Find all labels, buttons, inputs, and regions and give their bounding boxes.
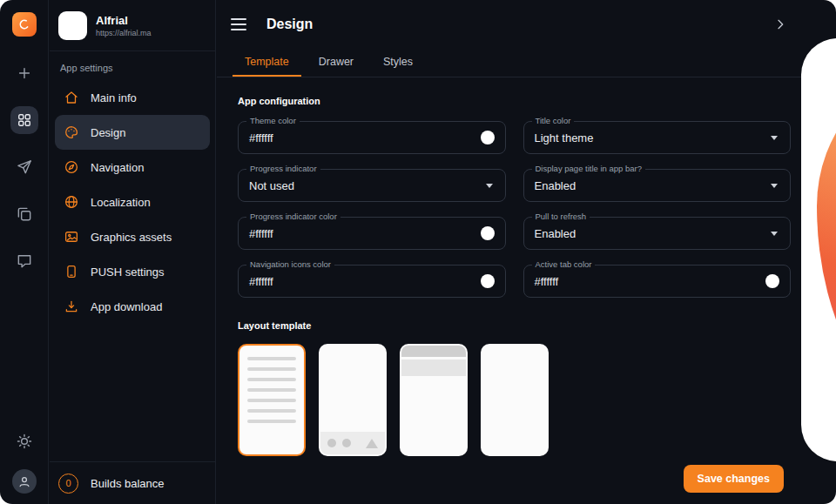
download-icon [64, 299, 79, 314]
sidebar-item-label: Main info [91, 91, 137, 104]
field-value: Enabled [535, 179, 772, 192]
app-url: https://alfrial.ma [96, 29, 152, 37]
image-icon [64, 229, 79, 245]
sidebar: Alfrial https://alfrial.ma App settings … [50, 0, 216, 504]
field-value: Enabled [535, 227, 772, 240]
user-avatar-icon[interactable] [12, 469, 37, 494]
layout-templates [238, 344, 791, 456]
layout-template-blank[interactable] [481, 344, 549, 456]
app-logo-icon[interactable] [12, 12, 37, 37]
color-swatch [481, 226, 495, 240]
field-label: Progress indicator [246, 164, 320, 173]
rail-top-icons [10, 59, 38, 275]
sidebar-item-graphics-assets[interactable]: Graphics assets [55, 219, 210, 254]
sidebar-item-localization[interactable]: Localization [55, 185, 210, 219]
sidebar-item-label: App download [91, 300, 162, 313]
plus-icon[interactable] [10, 59, 38, 87]
color-swatch [481, 274, 495, 288]
home-icon [64, 90, 79, 105]
page-header: Design [217, 0, 836, 49]
sidebar-item-main-info[interactable]: Main info [55, 80, 210, 115]
section-title-app-configuration: App configuration [238, 96, 791, 106]
chat-icon[interactable] [10, 247, 38, 275]
field-value: Light theme [535, 131, 772, 144]
color-swatch [765, 274, 779, 288]
rail-bottom-icons [10, 427, 38, 494]
form-grid: Theme color#ffffffTitle colorLight theme… [238, 121, 791, 298]
sidebar-item-push-settings[interactable]: PUSH settings [55, 254, 210, 289]
gradient-artwork [817, 68, 836, 432]
field-label: Navigation icons color [246, 259, 334, 269]
phone-notification-icon [64, 264, 79, 279]
tab-bar: TemplateDrawerStyles [217, 49, 836, 77]
send-icon[interactable] [10, 153, 38, 181]
app-name: Alfrial [96, 14, 152, 27]
tab-template[interactable]: Template [233, 49, 301, 77]
phone-screen [810, 47, 836, 453]
field-label: Progress indicator color [246, 212, 340, 221]
builds-balance-badge: 0 [58, 474, 78, 494]
field-navigation-icons-color[interactable]: Navigation icons color#ffffff [238, 265, 506, 298]
icon-rail [0, 0, 49, 504]
tab-styles[interactable]: Styles [371, 49, 425, 77]
field-label: Active tab color [532, 259, 596, 269]
field-value: #ffffff [249, 275, 481, 288]
save-changes-button[interactable]: Save changes [684, 465, 784, 493]
field-value: Not used [249, 179, 486, 192]
section-title-layout-template: Layout template [238, 320, 791, 331]
palette-icon [64, 124, 79, 140]
sidebar-item-label: Navigation [91, 161, 144, 174]
sidebar-section-label: App settings [50, 51, 215, 80]
sidebar-item-navigation[interactable]: Navigation [55, 150, 210, 185]
tab-drawer[interactable]: Drawer [307, 49, 366, 77]
field-value: #ffffff [249, 227, 481, 240]
field-title-color[interactable]: Title colorLight theme [523, 121, 792, 154]
assets-icon[interactable] [10, 200, 38, 228]
field-pull-to-refresh[interactable]: Pull to refreshEnabled [523, 217, 792, 250]
sidebar-item-label: Localization [91, 196, 151, 209]
phone-preview [801, 38, 836, 461]
color-swatch [481, 131, 495, 144]
field-progress-indicator[interactable]: Progress indicatorNot used [238, 169, 506, 202]
sidebar-menu: Main infoDesignNavigationLocalizationGra… [50, 80, 215, 324]
field-label: Title color [532, 116, 575, 125]
menu-icon[interactable] [231, 18, 246, 30]
apps-grid-icon[interactable] [10, 106, 38, 134]
globe-icon [64, 194, 79, 210]
field-display-page-title-in-app-bar[interactable]: Display page title in app bar?Enabled [523, 169, 792, 202]
chevron-down-icon [771, 232, 778, 236]
field-value: #ffffff [535, 275, 766, 288]
theme-toggle-icon[interactable] [10, 427, 38, 455]
chevron-down-icon [771, 184, 778, 188]
field-theme-color[interactable]: Theme color#ffffff [238, 121, 506, 154]
main-content: Design TemplateDrawerStyles App configur… [217, 0, 836, 504]
sidebar-item-app-download[interactable]: App download [55, 289, 210, 324]
field-label: Pull to refresh [532, 212, 590, 221]
layout-template-media-footer[interactable] [319, 344, 387, 456]
sidebar-footer: 0 Builds balance [50, 461, 215, 504]
field-progress-indicator-color[interactable]: Progress indicator color#ffffff [238, 217, 506, 250]
app-avatar [58, 11, 87, 40]
field-value: #ffffff [249, 131, 481, 144]
app-window: Alfrial https://alfrial.ma App settings … [0, 0, 836, 504]
sidebar-item-label: Graphics assets [91, 231, 172, 244]
layout-template-header[interactable] [400, 344, 468, 456]
chevron-down-icon [771, 136, 778, 140]
content-area: App configuration Theme color#ffffffTitl… [217, 96, 836, 456]
chevron-right-icon[interactable] [773, 17, 787, 31]
field-active-tab-color[interactable]: Active tab color#ffffff [523, 265, 792, 298]
builds-balance-label: Builds balance [91, 477, 165, 490]
layout-template-list[interactable] [238, 344, 306, 456]
compass-icon [64, 159, 79, 175]
field-label: Theme color [246, 116, 300, 125]
sidebar-item-label: Design [91, 126, 125, 139]
workspace-header[interactable]: Alfrial https://alfrial.ma [50, 0, 215, 50]
page-title: Design [266, 17, 313, 32]
chevron-down-icon [486, 184, 493, 188]
sidebar-item-label: PUSH settings [91, 265, 165, 279]
field-label: Display page title in app bar? [532, 164, 646, 173]
sidebar-item-design[interactable]: Design [55, 115, 210, 150]
